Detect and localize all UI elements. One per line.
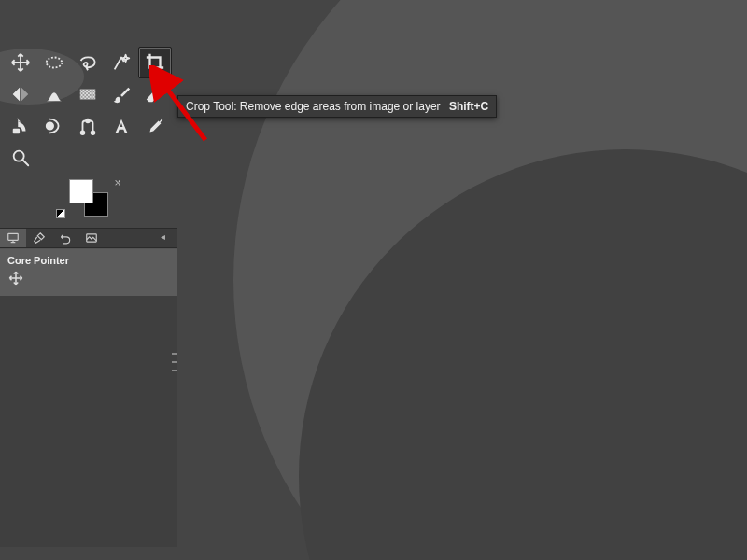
eraser-tool[interactable] bbox=[138, 78, 172, 110]
svg-rect-11 bbox=[8, 233, 19, 240]
tooltip: Crop Tool: Remove edge areas from image … bbox=[177, 95, 497, 118]
svg-point-9 bbox=[86, 119, 90, 123]
paths-tool[interactable] bbox=[71, 110, 105, 142]
move-icon bbox=[7, 270, 24, 287]
svg-point-8 bbox=[92, 132, 95, 135]
toolbox: ⤭ bbox=[0, 43, 177, 224]
crop-tool[interactable] bbox=[138, 47, 172, 78]
free-select-tool[interactable] bbox=[71, 47, 105, 78]
left-dock: ⤭ ◂ Core Pointer bbox=[0, 43, 177, 560]
paintbrush-tool[interactable] bbox=[105, 78, 138, 110]
device-row-core-pointer[interactable]: Core Pointer bbox=[0, 249, 177, 296]
svg-point-0 bbox=[47, 58, 63, 68]
color-swatch-area: ⤭ bbox=[4, 179, 174, 224]
devices-panel: Core Pointer bbox=[0, 248, 177, 547]
svg-point-10 bbox=[14, 151, 24, 161]
flip-tool[interactable] bbox=[4, 78, 37, 110]
clone-tool[interactable] bbox=[4, 110, 37, 142]
default-colors-icon[interactable] bbox=[56, 209, 65, 218]
smudge-tool[interactable] bbox=[37, 110, 71, 142]
move-tool[interactable] bbox=[4, 47, 37, 78]
dock-tabs: ◂ bbox=[0, 228, 177, 248]
text-tool[interactable] bbox=[105, 110, 138, 142]
svg-rect-5 bbox=[13, 129, 20, 134]
gradient-tool[interactable] bbox=[71, 78, 105, 110]
svg-point-7 bbox=[81, 132, 85, 135]
color-picker-tool[interactable] bbox=[138, 110, 172, 142]
fuzzy-select-tool[interactable] bbox=[105, 47, 138, 78]
dock-menu-icon[interactable]: ◂ bbox=[161, 231, 174, 245]
svg-rect-1 bbox=[80, 90, 96, 100]
dock-tab-images[interactable] bbox=[78, 229, 105, 247]
svg-point-6 bbox=[47, 122, 53, 129]
dock-tab-tool-options[interactable] bbox=[26, 229, 52, 247]
zoom-tool[interactable] bbox=[4, 142, 37, 174]
tooltip-text: Crop Tool: Remove edge areas from image … bbox=[186, 100, 441, 113]
dock-tab-devices[interactable] bbox=[0, 229, 26, 247]
device-name-label: Core Pointer bbox=[7, 255, 69, 266]
warp-tool[interactable] bbox=[37, 78, 71, 110]
dock-tab-undo-history[interactable] bbox=[52, 229, 78, 247]
tooltip-shortcut: Shift+C bbox=[449, 100, 488, 113]
swap-colors-icon[interactable]: ⤭ bbox=[114, 177, 121, 188]
ellipse-select-tool[interactable] bbox=[37, 47, 71, 78]
fg-color-swatch[interactable] bbox=[69, 179, 93, 203]
dock-resize-grip[interactable] bbox=[172, 353, 177, 371]
